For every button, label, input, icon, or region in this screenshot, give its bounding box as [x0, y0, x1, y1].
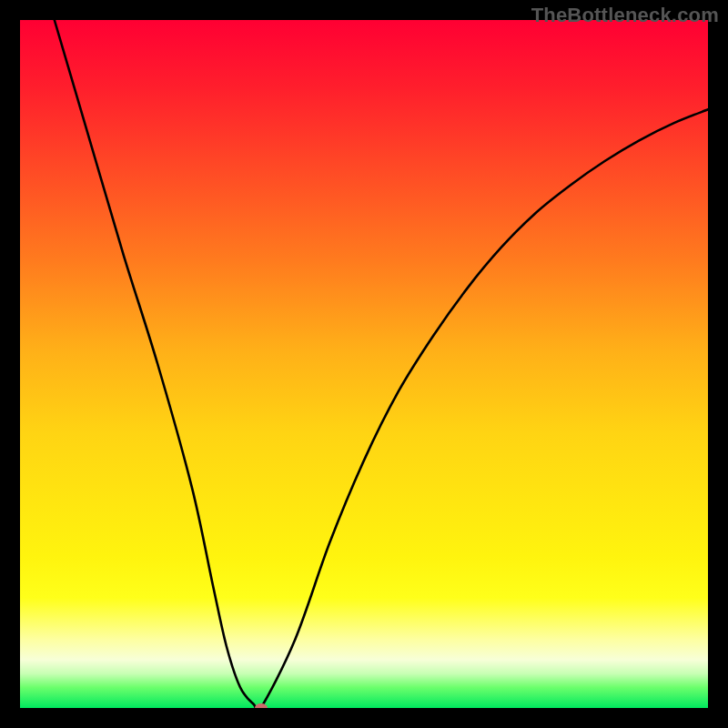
- curve-svg: [20, 20, 708, 708]
- watermark-text: TheBottleneck.com: [531, 4, 719, 27]
- curve-path: [55, 20, 708, 708]
- plot-area: [20, 20, 708, 708]
- chart-frame: TheBottleneck.com: [0, 0, 728, 728]
- minimum-marker: [255, 703, 268, 708]
